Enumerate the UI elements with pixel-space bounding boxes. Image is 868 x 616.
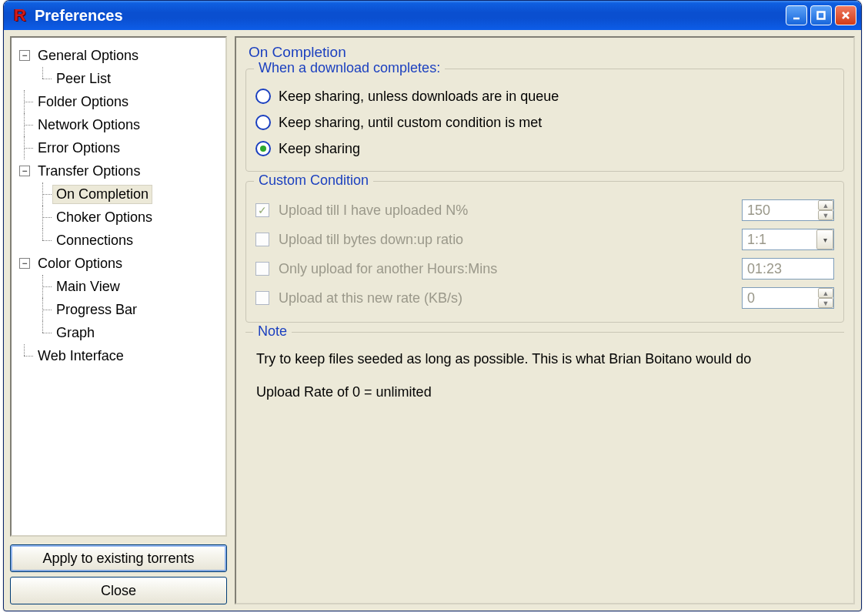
group-legend: Note (253, 323, 292, 340)
group-legend: When a download completes: (254, 60, 445, 76)
tree-item-web[interactable]: Web Interface (19, 344, 222, 367)
tree-item-choker[interactable]: Choker Options (38, 206, 222, 229)
condition-row-ratio: Upload till bytes down:up ratio ▾ (255, 225, 834, 254)
collapse-icon[interactable]: − (19, 258, 30, 269)
settings-panel: On Completion When a download completes:… (235, 36, 855, 604)
radio-option-2[interactable]: Keep sharing (255, 136, 834, 162)
checkbox[interactable] (255, 291, 269, 305)
condition-label: Upload till I have uploaded N% (279, 203, 733, 219)
tree-label: On Completion (53, 186, 152, 203)
spinner-arrows[interactable]: ▲▼ (818, 288, 833, 308)
tree-label: Folder Options (35, 93, 132, 111)
tree-label: Peer List (53, 70, 114, 88)
tree-label: Network Options (35, 116, 143, 134)
client-area: − General Options Peer List (4, 30, 861, 611)
tree-label: Progress Bar (53, 301, 140, 319)
radio-label: Keep sharing, unless downloads are in qu… (279, 89, 559, 105)
page-title: On Completion (249, 44, 844, 61)
close-button[interactable] (835, 5, 856, 25)
close-panel-button[interactable]: Close (10, 577, 227, 604)
tree-item-main-view[interactable]: Main View (38, 275, 222, 298)
window-title: Preferences (35, 7, 786, 25)
tree-item-progress-bar[interactable]: Progress Bar (38, 298, 222, 321)
tree-label: Color Options (35, 255, 125, 273)
group-note: Note Try to keep files seeded as long as… (245, 332, 844, 402)
tree-item-general[interactable]: − General Options (19, 44, 222, 67)
tree-item-folder[interactable]: Folder Options (19, 90, 222, 113)
tree-item-network[interactable]: Network Options (19, 113, 222, 136)
condition-row-upload-n: Upload till I have uploaded N% ▲▼ (255, 196, 834, 225)
condition-label: Upload at this new rate (KB/s) (279, 290, 733, 306)
tree-item-transfer[interactable]: − Transfer Options (19, 159, 222, 182)
radio-option-1[interactable]: Keep sharing, until custom condition is … (255, 109, 834, 136)
checkbox[interactable] (255, 262, 269, 276)
note-line-1: Try to keep files seeded as long as poss… (256, 350, 833, 369)
condition-row-time: Only upload for another Hours:Mins (255, 254, 834, 283)
minimize-icon (791, 10, 802, 21)
group-legend: Custom Condition (254, 172, 373, 189)
radio-option-0[interactable]: Keep sharing, unless downloads are in qu… (255, 83, 834, 109)
condition-label: Upload till bytes down:up ratio (279, 232, 733, 248)
tree-item-error[interactable]: Error Options (19, 136, 222, 159)
left-column: − General Options Peer List (10, 36, 227, 604)
close-icon (840, 10, 851, 21)
tree-label: Choker Options (53, 209, 155, 226)
tree-item-graph[interactable]: Graph (38, 321, 222, 344)
collapse-icon[interactable]: − (19, 166, 30, 176)
tree-item-on-completion[interactable]: On Completion (38, 182, 222, 206)
radio-label: Keep sharing (279, 141, 360, 157)
tree-label: Transfer Options (35, 162, 143, 180)
radio-label: Keep sharing, until custom condition is … (279, 115, 542, 131)
tree-label: Error Options (35, 139, 123, 157)
radio-icon (255, 115, 271, 130)
minimize-button[interactable] (786, 5, 807, 25)
tree-label: Main View (53, 278, 123, 296)
apply-button[interactable]: Apply to existing torrents (10, 544, 227, 572)
maximize-button[interactable] (810, 5, 832, 25)
radio-icon (255, 141, 271, 156)
radio-icon (255, 89, 271, 104)
tree-item-peer-list[interactable]: Peer List (38, 67, 222, 90)
tree-label: General Options (35, 47, 142, 65)
titlebar[interactable]: R Preferences (4, 1, 861, 30)
preferences-window: R Preferences − G (3, 0, 862, 611)
note-line-2: Upload Rate of 0 = unlimited (256, 383, 833, 402)
checkbox[interactable] (255, 203, 269, 217)
group-when-complete: When a download completes: Keep sharing,… (245, 69, 844, 172)
group-custom-condition: Custom Condition Upload till I have uplo… (245, 181, 844, 323)
tree-label: Web Interface (35, 347, 127, 365)
maximize-icon (816, 10, 826, 21)
app-icon: R (12, 7, 28, 24)
tree-label: Graph (53, 324, 98, 342)
condition-label: Only upload for another Hours:Mins (279, 261, 733, 277)
category-tree[interactable]: − General Options Peer List (10, 36, 227, 537)
tree-item-connections[interactable]: Connections (38, 229, 222, 252)
chevron-down-icon[interactable]: ▾ (816, 229, 833, 249)
checkbox[interactable] (255, 233, 269, 246)
condition-row-rate: Upload at this new rate (KB/s) ▲▼ (255, 283, 834, 313)
tree-label: Connections (53, 232, 136, 249)
spinner-arrows[interactable]: ▲▼ (818, 200, 833, 220)
time-input[interactable] (742, 258, 834, 280)
tree-item-color[interactable]: − Color Options (19, 252, 222, 275)
svg-rect-1 (818, 12, 825, 19)
collapse-icon[interactable]: − (19, 50, 30, 61)
